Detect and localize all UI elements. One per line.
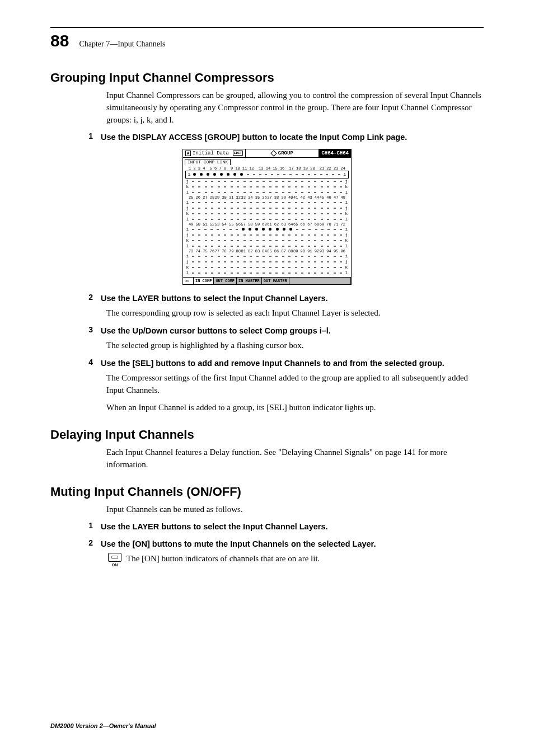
group-cell — [321, 234, 323, 236]
group-cell — [321, 208, 323, 209]
group-cell — [288, 181, 291, 182]
group-cell — [301, 186, 303, 187]
group-cell — [282, 261, 284, 262]
group-cell — [243, 192, 246, 193]
group-cell — [276, 228, 279, 231]
led-icon — [111, 556, 118, 559]
group-cell — [269, 192, 271, 193]
group-cell — [334, 181, 336, 182]
group-cell — [301, 234, 303, 236]
group-cell — [218, 256, 220, 257]
group-cell — [269, 267, 271, 268]
group-cell — [224, 240, 226, 241]
group-cell — [340, 202, 342, 203]
group-cell — [282, 273, 284, 274]
group-cell — [243, 213, 246, 214]
group-cell — [192, 240, 194, 241]
group-cell — [237, 261, 239, 262]
group-cell — [233, 173, 236, 176]
group-cell — [340, 181, 342, 182]
group-cell — [250, 192, 252, 193]
section1-step4: 4 Use the [SEL] buttons to add and remov… — [83, 358, 484, 369]
group-cell — [275, 240, 278, 241]
group-cell — [282, 213, 284, 214]
group-cell — [269, 240, 271, 241]
group-cell — [192, 267, 194, 268]
group-cell — [301, 208, 303, 209]
group-row-label: i — [185, 253, 190, 259]
group-cell — [263, 181, 265, 182]
group-cell — [211, 246, 213, 247]
group-cell — [224, 181, 226, 182]
group-cell — [308, 261, 310, 262]
group-cell — [231, 208, 233, 209]
group-cell — [231, 202, 233, 203]
group-cell — [263, 267, 265, 268]
group-cell — [282, 181, 284, 182]
group-cell — [327, 219, 329, 220]
group-cell — [301, 181, 303, 182]
group-cell — [231, 219, 233, 220]
group-cell — [243, 256, 246, 257]
group-cell — [205, 246, 207, 247]
group-cell — [332, 174, 334, 175]
group-cell — [282, 219, 284, 220]
group-cell — [263, 240, 265, 241]
group-cell — [236, 229, 238, 230]
group-cell — [301, 219, 303, 220]
group-cell — [207, 173, 209, 176]
group-row-label: l — [344, 217, 349, 222]
group-cell — [205, 267, 207, 268]
group-cell — [213, 173, 216, 176]
group-cell — [237, 234, 239, 236]
group-cell — [314, 186, 316, 187]
group-cell — [282, 186, 284, 187]
group-cell — [205, 219, 207, 220]
channel-range-label: 93 94 95 96 — [320, 249, 345, 253]
channel-range-label: 53 54 55 56 — [215, 222, 241, 227]
group-cell — [224, 273, 226, 274]
group-cell — [321, 192, 323, 193]
group-cell — [256, 246, 259, 247]
section3-intro: Input Channels can be muted as follows. — [106, 504, 484, 516]
channel-range-label: 9 10 11 12 — [231, 166, 254, 171]
group-cell — [288, 234, 291, 236]
group-cell — [340, 208, 342, 209]
group-cell — [198, 213, 200, 214]
group-cell — [224, 256, 226, 257]
group-cell — [295, 208, 297, 209]
group-cell — [327, 273, 329, 274]
group-cell — [237, 208, 239, 209]
group-cell — [269, 234, 271, 236]
group-cell — [218, 213, 220, 214]
group-cell — [211, 208, 213, 209]
channel-range-label: 61 62 63 64 — [267, 222, 293, 227]
group-cell — [327, 240, 329, 241]
group-cell — [256, 208, 259, 209]
group-cell — [301, 273, 303, 274]
group-cell — [224, 267, 226, 268]
group-cell — [275, 246, 278, 247]
group-row-label: j — [185, 205, 190, 210]
group-cell — [314, 240, 316, 241]
group-cell — [321, 202, 323, 203]
page-header: 88 Chapter 7—Input Channels — [50, 31, 484, 50]
group-cell — [295, 261, 297, 262]
group-cell — [269, 186, 271, 187]
group-cell — [250, 219, 252, 220]
group-cell — [295, 256, 297, 257]
group-cell — [321, 213, 323, 214]
group-cell — [237, 267, 239, 268]
step-number: 1 — [83, 521, 93, 530]
group-cell — [340, 261, 342, 262]
group-cell — [321, 261, 323, 262]
channel-range-label: 81 82 83 84 — [241, 249, 267, 253]
group-cell — [243, 181, 246, 182]
group-cell — [314, 261, 316, 262]
group-cell — [301, 240, 303, 241]
on-button-icon: ON — [106, 553, 123, 567]
section2-title: Delaying Input Channels — [50, 428, 484, 442]
group-cell — [301, 192, 303, 193]
group-cell — [308, 267, 310, 268]
group-cell — [243, 219, 246, 220]
